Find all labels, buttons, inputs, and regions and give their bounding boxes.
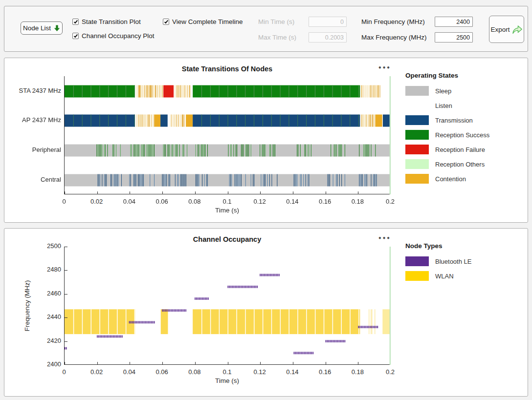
legend-label: WLAN <box>435 273 454 280</box>
checkbox-checked-icon <box>72 19 79 25</box>
legend-swatch-icon <box>405 130 429 140</box>
legend-item: Listen <box>405 98 525 113</box>
x-tick-label: 0.1 <box>217 198 238 205</box>
node-list-button[interactable]: Node List <box>21 21 63 35</box>
node-types-legend: Node TypesBluetooth LEWLAN <box>405 242 525 283</box>
legend-swatch-icon <box>405 101 429 110</box>
legend-swatch-icon <box>405 86 429 96</box>
node-list-label: Node List <box>23 24 51 32</box>
checkbox-checked-icon <box>72 33 79 39</box>
y-tick-label: 2480 <box>7 266 61 273</box>
x-tick-label: 0 <box>53 368 75 376</box>
legend-swatch-icon <box>405 159 429 169</box>
y-tick-label: 2440 <box>7 313 61 320</box>
export-button[interactable]: Export <box>489 16 524 43</box>
checkbox-checked-icon <box>163 19 169 25</box>
legend-item: Reception Others <box>405 157 525 171</box>
max-time-label: Max Time (s) <box>258 34 296 41</box>
channel-occupancy-plot-area <box>64 247 390 365</box>
time-axis-label: Time (s) <box>64 377 390 384</box>
x-tick-label: 0.18 <box>347 198 368 205</box>
x-tick-label: 0.16 <box>314 368 336 376</box>
export-icon <box>512 25 523 34</box>
checkbox-state-transition-plot[interactable]: State Transition Plot <box>72 18 141 25</box>
checkbox-view-complete-timeline[interactable]: View Complete Timeline <box>163 18 243 25</box>
x-tick-label: 0.1 <box>217 368 238 376</box>
legend-label: Reception Others <box>435 161 485 168</box>
checkbox-label: State Transition Plot <box>82 18 141 25</box>
legend-label: Bluetooth LE <box>435 258 471 265</box>
checkbox-label: View Complete Timeline <box>172 18 243 25</box>
state-transitions-canvas <box>65 76 391 194</box>
app-root: { "icons": { "options_ellipsis": "•••" }… <box>0 0 532 400</box>
x-tick-label: 0 <box>53 198 75 205</box>
axes-options-icon[interactable]: ••• <box>376 233 393 243</box>
max-frequency-input[interactable] <box>435 32 473 42</box>
x-tick-label: 0.2 <box>379 368 401 376</box>
x-tick-label: 0.02 <box>86 368 108 376</box>
legend-label: Reception Success <box>435 131 489 139</box>
frequency-axis-label: Frequency (MHz) <box>23 280 31 331</box>
x-tick-label: 0.18 <box>347 368 368 376</box>
dropdown-arrow-icon <box>54 25 60 32</box>
x-tick-label: 0.04 <box>118 368 140 376</box>
y-tick-label: 2400 <box>7 360 61 368</box>
legend-label: Sleep <box>435 87 451 95</box>
legend-label: Contention <box>435 175 466 183</box>
x-tick-label: 0.06 <box>151 198 173 205</box>
legend-swatch-icon <box>405 145 429 154</box>
legend-swatch-icon <box>405 115 429 125</box>
channel-occupancy-canvas <box>65 247 391 365</box>
checkbox-label: Channel Occupancy Plot <box>82 32 155 40</box>
axes-options-icon[interactable]: ••• <box>376 63 393 73</box>
time-axis-label: Time (s) <box>64 207 390 214</box>
min-time-label: Min Time (s) <box>258 18 294 25</box>
legend-label: Transmission <box>435 117 473 124</box>
checkbox-channel-occupancy-plot[interactable]: Channel Occupancy Plot <box>72 32 155 40</box>
max-frequency-label: Max Frequency (MHz) <box>361 34 427 41</box>
y-tick-label: 2460 <box>7 290 61 297</box>
x-tick-label: 0.12 <box>249 368 270 376</box>
legend-title: Node Types <box>405 242 525 250</box>
y-tick-label: 2420 <box>7 337 61 344</box>
legend-swatch-icon <box>405 174 429 184</box>
x-tick-label: 0.2 <box>379 198 401 205</box>
channel-occupancy-panel: Channel Occupancy ••• 240024202440246024… <box>4 228 528 397</box>
legend-label: Listen <box>435 102 452 109</box>
x-tick-label: 0.06 <box>151 368 173 376</box>
legend-item: Reception Failure <box>405 142 525 157</box>
legend-item: Sleep <box>405 84 525 98</box>
x-tick-label: 0.16 <box>314 198 336 205</box>
legend-item: Reception Success <box>405 127 525 142</box>
legend-item: Bluetooth LE <box>405 254 525 269</box>
legend-swatch-icon <box>405 256 429 266</box>
x-tick-label: 0.04 <box>118 198 140 205</box>
min-frequency-label: Min Frequency (MHz) <box>361 18 425 25</box>
legend-item: Contention <box>405 171 525 186</box>
x-tick-label: 0.02 <box>86 198 108 205</box>
row-label-ap-2437-mhz: AP 2437 MHz <box>6 116 61 125</box>
x-tick-label: 0.12 <box>249 198 270 205</box>
x-tick-label: 0.14 <box>282 198 303 205</box>
max-time-input <box>309 32 347 42</box>
export-label: Export <box>490 26 510 33</box>
x-tick-label: 0.08 <box>184 198 205 205</box>
row-label-sta-2437-mhz: STA 2437 MHz <box>6 87 61 95</box>
state-transitions-title: State Transitions Of Nodes <box>64 65 390 73</box>
channel-occupancy-title: Channel Occupancy <box>64 235 390 243</box>
state-transitions-panel: State Transitions Of Nodes ••• STA 2437 … <box>4 58 528 223</box>
toolbar-panel: Node List State Transition Plot Channel … <box>4 6 528 52</box>
x-tick-label: 0.14 <box>282 368 303 376</box>
row-label-central: Central <box>6 176 61 184</box>
legend-label: Reception Failure <box>435 146 485 153</box>
row-label-peripheral: Peripheral <box>6 146 61 154</box>
y-tick-label: 2500 <box>7 242 61 250</box>
legend-swatch-icon <box>405 271 429 281</box>
min-time-input <box>309 17 347 27</box>
legend-item: WLAN <box>405 269 525 283</box>
legend-title: Operating States <box>405 72 525 79</box>
min-frequency-input[interactable] <box>435 17 473 27</box>
x-tick-label: 0.08 <box>184 368 205 376</box>
legend-item: Transmission <box>405 113 525 127</box>
state-transitions-plot-area <box>64 76 390 194</box>
